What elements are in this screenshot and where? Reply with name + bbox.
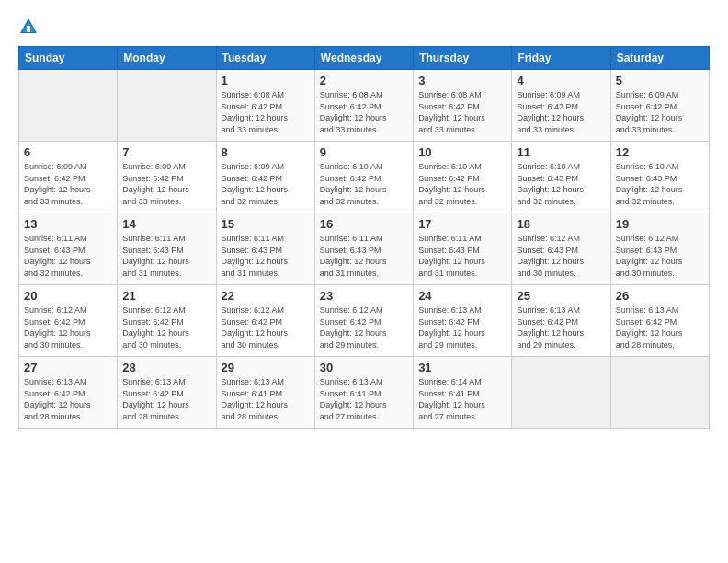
calendar-cell: 29Sunrise: 6:13 AM Sunset: 6:41 PM Dayli…	[216, 357, 314, 429]
day-detail: Sunrise: 6:10 AM Sunset: 6:42 PM Dayligh…	[320, 161, 408, 207]
calendar-cell: 21Sunrise: 6:12 AM Sunset: 6:42 PM Dayli…	[118, 285, 216, 357]
day-number: 28	[122, 361, 210, 374]
calendar-cell: 16Sunrise: 6:11 AM Sunset: 6:43 PM Dayli…	[314, 213, 413, 285]
calendar-cell: 17Sunrise: 6:11 AM Sunset: 6:43 PM Dayli…	[414, 213, 512, 285]
day-number: 5	[616, 74, 704, 87]
weekday-header-thursday: Thursday	[414, 47, 512, 70]
day-number: 22	[222, 289, 310, 303]
day-number: 17	[418, 217, 506, 231]
day-detail: Sunrise: 6:11 AM Sunset: 6:43 PM Dayligh…	[222, 233, 310, 279]
day-number: 16	[320, 217, 408, 231]
day-detail: Sunrise: 6:12 AM Sunset: 6:42 PM Dayligh…	[320, 304, 408, 350]
calendar-cell: 6Sunrise: 6:09 AM Sunset: 6:42 PM Daylig…	[19, 142, 118, 213]
day-number: 4	[517, 74, 605, 87]
logo	[18, 17, 42, 37]
day-detail: Sunrise: 6:10 AM Sunset: 6:42 PM Dayligh…	[418, 161, 506, 207]
day-number: 26	[616, 289, 704, 303]
day-detail: Sunrise: 6:13 AM Sunset: 6:42 PM Dayligh…	[616, 304, 704, 350]
day-detail: Sunrise: 6:09 AM Sunset: 6:42 PM Dayligh…	[517, 89, 605, 135]
calendar-cell: 3Sunrise: 6:08 AM Sunset: 6:42 PM Daylig…	[414, 70, 512, 142]
day-number: 27	[24, 361, 112, 374]
day-number: 11	[517, 145, 605, 159]
weekday-header-row: SundayMondayTuesdayWednesdayThursdayFrid…	[19, 47, 710, 70]
calendar-cell: 26Sunrise: 6:13 AM Sunset: 6:42 PM Dayli…	[610, 285, 709, 357]
day-number: 21	[122, 289, 210, 303]
day-detail: Sunrise: 6:08 AM Sunset: 6:42 PM Dayligh…	[320, 89, 408, 135]
day-number: 8	[222, 145, 310, 159]
calendar-cell: 30Sunrise: 6:13 AM Sunset: 6:41 PM Dayli…	[314, 357, 413, 429]
day-detail: Sunrise: 6:10 AM Sunset: 6:43 PM Dayligh…	[517, 161, 605, 207]
day-detail: Sunrise: 6:11 AM Sunset: 6:43 PM Dayligh…	[122, 233, 210, 279]
day-detail: Sunrise: 6:13 AM Sunset: 6:42 PM Dayligh…	[418, 304, 506, 350]
calendar-cell: 12Sunrise: 6:10 AM Sunset: 6:43 PM Dayli…	[610, 142, 709, 213]
day-number: 19	[616, 217, 704, 231]
calendar-cell: 11Sunrise: 6:10 AM Sunset: 6:43 PM Dayli…	[512, 142, 610, 213]
day-number: 7	[122, 145, 210, 159]
day-number: 12	[616, 145, 704, 159]
day-number: 18	[517, 217, 605, 231]
calendar-cell: 7Sunrise: 6:09 AM Sunset: 6:42 PM Daylig…	[118, 142, 216, 213]
day-number: 23	[320, 289, 408, 303]
calendar-week-row: 13Sunrise: 6:11 AM Sunset: 6:43 PM Dayli…	[19, 213, 710, 285]
calendar-cell: 28Sunrise: 6:13 AM Sunset: 6:42 PM Dayli…	[118, 357, 216, 429]
weekday-header-sunday: Sunday	[19, 47, 118, 70]
day-detail: Sunrise: 6:12 AM Sunset: 6:42 PM Dayligh…	[24, 304, 112, 350]
day-number: 14	[122, 217, 210, 231]
day-number: 1	[222, 74, 310, 87]
calendar-cell: 18Sunrise: 6:12 AM Sunset: 6:43 PM Dayli…	[512, 213, 610, 285]
calendar-cell: 2Sunrise: 6:08 AM Sunset: 6:42 PM Daylig…	[314, 70, 413, 142]
day-detail: Sunrise: 6:12 AM Sunset: 6:43 PM Dayligh…	[517, 233, 605, 279]
calendar-cell: 5Sunrise: 6:09 AM Sunset: 6:42 PM Daylig…	[610, 70, 709, 142]
day-number: 30	[320, 361, 408, 374]
day-detail: Sunrise: 6:11 AM Sunset: 6:43 PM Dayligh…	[418, 233, 506, 279]
day-number: 15	[222, 217, 310, 231]
calendar-week-row: 20Sunrise: 6:12 AM Sunset: 6:42 PM Dayli…	[19, 285, 710, 357]
weekday-header-tuesday: Tuesday	[216, 47, 314, 70]
calendar-cell	[610, 357, 709, 429]
calendar-cell: 8Sunrise: 6:09 AM Sunset: 6:42 PM Daylig…	[216, 142, 314, 213]
calendar-week-row: 1Sunrise: 6:08 AM Sunset: 6:42 PM Daylig…	[19, 70, 710, 142]
weekday-header-saturday: Saturday	[610, 47, 709, 70]
calendar-cell: 14Sunrise: 6:11 AM Sunset: 6:43 PM Dayli…	[118, 213, 216, 285]
day-detail: Sunrise: 6:11 AM Sunset: 6:43 PM Dayligh…	[24, 233, 112, 279]
calendar-cell	[118, 70, 216, 142]
day-detail: Sunrise: 6:13 AM Sunset: 6:42 PM Dayligh…	[517, 304, 605, 350]
day-detail: Sunrise: 6:11 AM Sunset: 6:43 PM Dayligh…	[320, 233, 408, 279]
calendar-cell: 27Sunrise: 6:13 AM Sunset: 6:42 PM Dayli…	[19, 357, 118, 429]
calendar-cell: 10Sunrise: 6:10 AM Sunset: 6:42 PM Dayli…	[414, 142, 512, 213]
calendar-cell: 15Sunrise: 6:11 AM Sunset: 6:43 PM Dayli…	[216, 213, 314, 285]
calendar-cell	[512, 357, 610, 429]
day-detail: Sunrise: 6:12 AM Sunset: 6:42 PM Dayligh…	[222, 304, 310, 350]
day-detail: Sunrise: 6:13 AM Sunset: 6:42 PM Dayligh…	[24, 376, 112, 422]
day-detail: Sunrise: 6:12 AM Sunset: 6:42 PM Dayligh…	[122, 304, 210, 350]
calendar-cell: 9Sunrise: 6:10 AM Sunset: 6:42 PM Daylig…	[314, 142, 413, 213]
calendar-week-row: 6Sunrise: 6:09 AM Sunset: 6:42 PM Daylig…	[19, 142, 710, 213]
day-number: 2	[320, 74, 408, 87]
calendar-cell: 20Sunrise: 6:12 AM Sunset: 6:42 PM Dayli…	[19, 285, 118, 357]
day-detail: Sunrise: 6:14 AM Sunset: 6:41 PM Dayligh…	[418, 376, 506, 422]
day-detail: Sunrise: 6:08 AM Sunset: 6:42 PM Dayligh…	[222, 89, 310, 135]
day-number: 24	[418, 289, 506, 303]
day-number: 6	[24, 145, 112, 159]
day-number: 20	[24, 289, 112, 303]
day-detail: Sunrise: 6:09 AM Sunset: 6:42 PM Dayligh…	[122, 161, 210, 207]
calendar-cell: 24Sunrise: 6:13 AM Sunset: 6:42 PM Dayli…	[414, 285, 512, 357]
day-detail: Sunrise: 6:13 AM Sunset: 6:41 PM Dayligh…	[222, 376, 310, 422]
day-number: 31	[418, 361, 506, 374]
calendar-week-row: 27Sunrise: 6:13 AM Sunset: 6:42 PM Dayli…	[19, 357, 710, 429]
day-detail: Sunrise: 6:09 AM Sunset: 6:42 PM Dayligh…	[222, 161, 310, 207]
calendar-cell: 19Sunrise: 6:12 AM Sunset: 6:43 PM Dayli…	[610, 213, 709, 285]
day-detail: Sunrise: 6:09 AM Sunset: 6:42 PM Dayligh…	[616, 89, 704, 135]
page-header	[18, 17, 710, 37]
weekday-header-wednesday: Wednesday	[314, 47, 413, 70]
calendar-cell: 31Sunrise: 6:14 AM Sunset: 6:41 PM Dayli…	[414, 357, 512, 429]
day-detail: Sunrise: 6:10 AM Sunset: 6:43 PM Dayligh…	[616, 161, 704, 207]
calendar-cell: 22Sunrise: 6:12 AM Sunset: 6:42 PM Dayli…	[216, 285, 314, 357]
weekday-header-friday: Friday	[512, 47, 610, 70]
calendar-cell: 23Sunrise: 6:12 AM Sunset: 6:42 PM Dayli…	[314, 285, 413, 357]
calendar-cell	[19, 70, 118, 142]
day-number: 25	[517, 289, 605, 303]
calendar-cell: 4Sunrise: 6:09 AM Sunset: 6:42 PM Daylig…	[512, 70, 610, 142]
svg-rect-2	[27, 26, 30, 32]
day-detail: Sunrise: 6:13 AM Sunset: 6:42 PM Dayligh…	[122, 376, 210, 422]
